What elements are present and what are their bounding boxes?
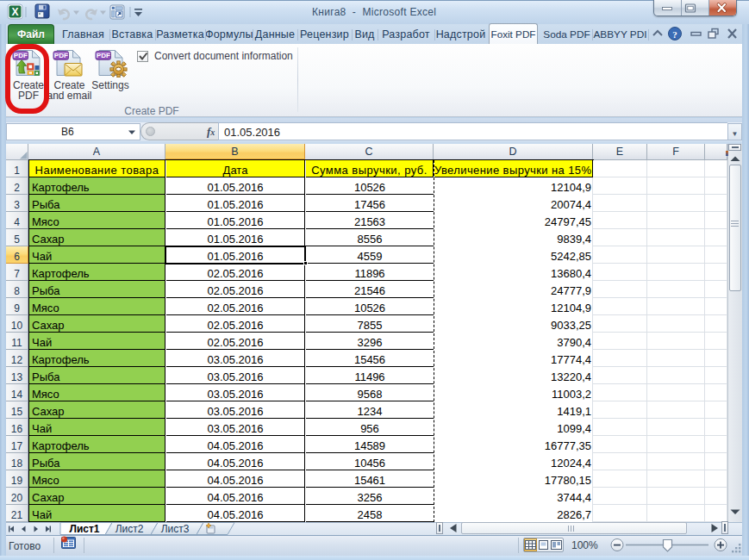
svg-text:PDF: PDF (54, 52, 68, 59)
svg-text:Лист3: Лист3 (161, 523, 190, 535)
svg-text:X: X (11, 6, 18, 18)
svg-text:Лист1: Лист1 (69, 523, 99, 535)
svg-text:PDF: PDF (97, 52, 110, 59)
svg-text:Лист2: Лист2 (115, 523, 144, 535)
svg-text:?: ? (672, 29, 677, 40)
